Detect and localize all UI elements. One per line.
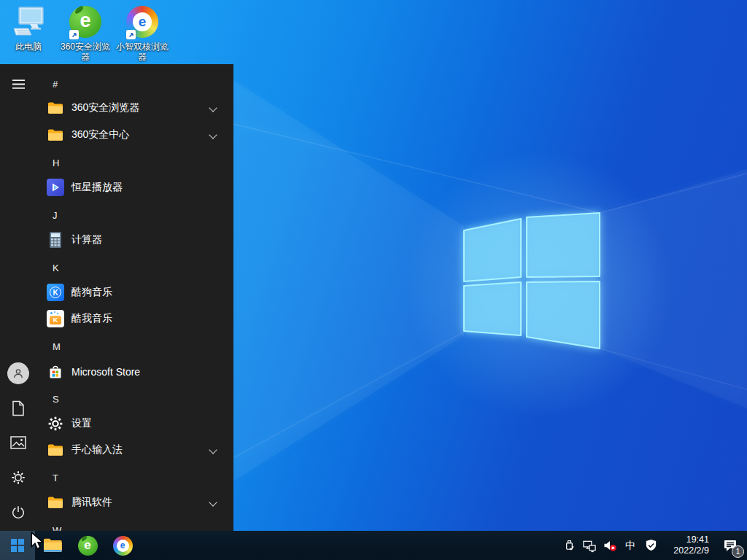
- taskbar-xiaozhi-browser[interactable]: e: [105, 531, 140, 560]
- desktop-icon-label: 此电脑: [15, 42, 42, 52]
- folder-icon: [47, 441, 64, 459]
- folder-icon: [47, 126, 64, 144]
- input-method-indicator[interactable]: 中: [623, 538, 638, 553]
- start-menu-section-header[interactable]: #: [0, 71, 233, 97]
- taskbar-360-safe-browser[interactable]: e: [70, 531, 105, 560]
- start-button[interactable]: [0, 531, 35, 560]
- desktop-icon-label: 小智双核浏览器: [115, 42, 170, 62]
- volume-muted-icon[interactable]: [603, 538, 617, 553]
- start-menu-item-app[interactable]: K 酷我音乐: [0, 306, 233, 332]
- clock-date: 2022/2/9: [667, 545, 709, 556]
- start-menu-item-folder[interactable]: 腾讯软件: [0, 489, 233, 516]
- folder-icon: [47, 494, 64, 511]
- folder-icon: [47, 99, 64, 117]
- start-menu-item-folder[interactable]: 360安全浏览器: [0, 95, 233, 121]
- taskbar-clock[interactable]: 19:41 2022/2/9: [667, 534, 709, 556]
- shortcut-arrow-icon: [126, 30, 136, 39]
- start-menu: # 360安全浏览器 360安全中心 H 恒星播放器 J: [0, 64, 233, 531]
- clock-time: 19:41: [667, 534, 709, 545]
- network-icon[interactable]: [582, 538, 597, 553]
- settings-gear-icon: [47, 415, 64, 432]
- start-menu-item-folder[interactable]: 360安全中心: [0, 122, 233, 148]
- start-menu-section-header[interactable]: S: [0, 386, 233, 412]
- desktop-icon-xiaozhi-browser[interactable]: e 小智双核浏览器: [114, 3, 171, 62]
- start-menu-item-app[interactable]: 恒星播放器: [0, 174, 233, 201]
- chevron-down-icon[interactable]: [209, 131, 217, 139]
- start-menu-item-app[interactable]: K 酷狗音乐: [0, 279, 233, 306]
- notification-count-badge: 1: [732, 545, 744, 558]
- start-menu-item-app[interactable]: 计算器: [0, 227, 233, 253]
- xiaozhi-dual-core-browser-icon: e: [113, 536, 133, 556]
- start-menu-item-app[interactable]: Microsoft Store: [0, 359, 233, 385]
- desktop-icon-this-pc[interactable]: 此电脑: [0, 3, 57, 62]
- start-menu-section-header[interactable]: T: [0, 464, 233, 491]
- chevron-down-icon[interactable]: [209, 498, 217, 506]
- start-menu-section-header[interactable]: W: [0, 517, 233, 531]
- system-tray: 中 19:41 2022/2/9 1: [562, 534, 747, 556]
- calculator-icon: [47, 231, 64, 249]
- start-menu-item-folder[interactable]: 手心输入法: [0, 437, 233, 463]
- windows-start-icon: [11, 539, 24, 552]
- file-explorer-icon: [43, 537, 63, 554]
- windows-desktop: 此电脑 e 360安全浏览器 e 小智双核浏览器: [0, 0, 747, 560]
- desktop-icon-grid: 此电脑 e 360安全浏览器 e 小智双核浏览器: [0, 3, 171, 62]
- start-menu-item-app[interactable]: 设置: [0, 411, 233, 437]
- hengxing-player-icon: [47, 179, 64, 196]
- start-menu-section-header[interactable]: H: [0, 149, 233, 176]
- chevron-down-icon[interactable]: [209, 446, 217, 454]
- xiaozhi-dual-core-browser-icon: e: [125, 4, 160, 39]
- taskbar: e e 中 19:41 2022/2/9: [0, 531, 747, 560]
- usb-safely-remove-icon[interactable]: [562, 538, 576, 553]
- 360-safe-browser-icon: e: [68, 4, 103, 39]
- chevron-down-icon[interactable]: [209, 104, 217, 112]
- start-menu-section-header[interactable]: K: [0, 254, 233, 281]
- this-pc-icon: [11, 4, 46, 39]
- kugou-music-icon: K: [47, 284, 64, 301]
- windows-defender-icon[interactable]: [643, 538, 658, 553]
- shortcut-arrow-icon: [69, 30, 79, 39]
- taskbar-file-explorer[interactable]: [35, 531, 70, 560]
- 360-safe-browser-icon: e: [78, 536, 98, 556]
- start-menu-section-header[interactable]: J: [0, 202, 233, 228]
- start-menu-section-header[interactable]: M: [0, 333, 233, 359]
- action-center-button[interactable]: 1: [719, 534, 741, 556]
- microsoft-store-icon: [47, 363, 64, 381]
- desktop-icon-label: 360安全浏览器: [58, 42, 113, 62]
- kuwo-music-icon: K: [47, 310, 64, 327]
- desktop-icon-360-browser[interactable]: e 360安全浏览器: [57, 3, 114, 62]
